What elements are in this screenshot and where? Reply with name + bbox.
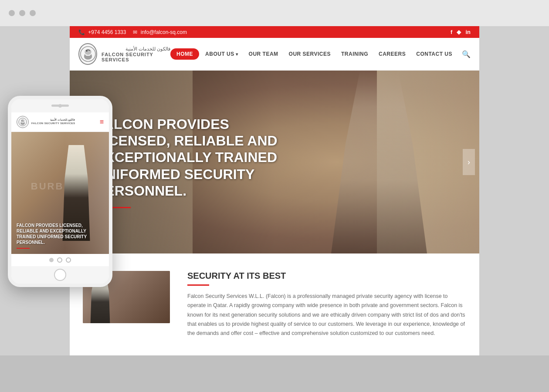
content-section: SECURITY AT ITS BEST Falcon Security Ser… <box>70 253 479 355</box>
nav-item-services[interactable]: OUR SERVICES <box>285 48 335 60</box>
mobile-hamburger-icon[interactable]: ≡ <box>100 118 104 126</box>
mobile-falcon-logo <box>18 118 27 126</box>
mobile-carousel-dots <box>11 254 109 266</box>
mobile-logo-text: فالكون للخدمات الأمنية FALCON SECURITY S… <box>31 118 75 125</box>
section-underline <box>187 284 209 286</box>
svg-point-4 <box>21 119 24 122</box>
phone-number: +974 4456 1333 <box>88 29 126 35</box>
nav-item-careers[interactable]: CAREERS <box>374 48 410 60</box>
mobile-logo-english: FALCON SECURITY SERVICES <box>31 122 75 125</box>
phone-screen: فالكون للخدمات الأمنية FALCON SECURITY S… <box>11 112 109 266</box>
logo-arabic: فالكون للخدمات الأمنية <box>102 46 170 52</box>
phone-top-bar <box>11 99 109 112</box>
carousel-dot-1[interactable] <box>49 258 54 262</box>
phone-speaker <box>51 105 69 107</box>
browser-dot-3 <box>30 10 36 16</box>
phone-contact[interactable]: 📞 +974 4456 1333 <box>78 29 126 35</box>
browser-chrome <box>0 0 549 26</box>
section-description: Falcon Security Services W.L.L. (Falcon)… <box>187 292 466 338</box>
nav-item-training[interactable]: TRAINING <box>337 48 373 60</box>
content-text: SECURITY AT ITS BEST Falcon Security Ser… <box>187 271 466 338</box>
svg-point-2 <box>86 51 87 52</box>
logo-circle <box>78 43 97 65</box>
mobile-nav: فالكون للخدمات الأمنية FALCON SECURITY S… <box>11 112 109 132</box>
top-bar: 📞 +974 4456 1333 ✉ info@falcon-sq.com f … <box>70 26 479 38</box>
mobile-hero-underline <box>17 248 30 249</box>
hero-title: FALCON PROVIDES LICENSED, RELIABLE AND E… <box>96 116 283 199</box>
nav-menu: HOME ABOUT US OUR TEAM OUR SERVICES TRAI… <box>170 48 471 60</box>
hero-section: FALCON PROVIDES LICENSED, RELIABLE AND E… <box>70 71 479 253</box>
mobile-hero-bg-text: BURB <box>31 181 64 192</box>
hero-next-arrow[interactable]: › <box>463 149 475 175</box>
section-title: SECURITY AT ITS BEST <box>187 271 466 281</box>
email-contact[interactable]: ✉ info@falcon-sq.com <box>133 29 187 35</box>
mobile-hero-content: FALCON PROVIDES LICENSED, RELIABLE AND E… <box>17 223 104 249</box>
email-icon: ✉ <box>133 29 137 35</box>
top-bar-left: 📞 +974 4456 1333 ✉ info@falcon-sq.com <box>78 29 187 35</box>
nav-item-home[interactable]: HOME <box>170 48 199 60</box>
mobile-logo-arabic: فالكون للخدمات الأمنية <box>31 118 75 122</box>
browser-dot-1 <box>9 10 15 16</box>
falcon-logo-svg <box>80 46 96 62</box>
instagram-icon[interactable]: ◆ <box>457 29 461 35</box>
nav-bar: فالكون للخدمات الأمنية FALCON SECURITY S… <box>70 38 479 71</box>
logo-area: فالكون للخدمات الأمنية FALCON SECURITY S… <box>78 43 170 65</box>
nav-item-contact[interactable]: CONTACT US <box>412 48 457 60</box>
email-address: info@falcon-sq.com <box>141 29 187 35</box>
carousel-dot-3[interactable] <box>66 257 71 263</box>
phone-bottom <box>11 266 109 284</box>
facebook-icon[interactable]: f <box>451 29 452 35</box>
phone-mockup: فالكون للخدمات الأمنية FALCON SECURITY S… <box>8 96 112 287</box>
mobile-logo-circle <box>17 116 29 128</box>
mobile-hero: BURB FALCON PROVIDES LICENSED, RELIABLE … <box>11 132 109 254</box>
mobile-logo-area: فالكون للخدمات الأمنية FALCON SECURITY S… <box>17 116 75 128</box>
website-wrapper: 📞 +974 4456 1333 ✉ info@falcon-sq.com f … <box>70 26 479 355</box>
logo-text: فالكون للخدمات الأمنية FALCON SECURITY S… <box>102 46 170 62</box>
phone-icon: 📞 <box>78 29 85 35</box>
svg-point-5 <box>22 120 23 121</box>
phone-home-button[interactable] <box>54 269 66 281</box>
bottom-gray-area <box>0 355 549 392</box>
search-icon[interactable]: 🔍 <box>462 50 471 58</box>
linkedin-icon[interactable]: in <box>465 29 471 35</box>
nav-item-team[interactable]: OUR TEAM <box>244 48 283 60</box>
browser-dot-2 <box>19 10 25 16</box>
mobile-hero-title: FALCON PROVIDES LICENSED, RELIABLE AND E… <box>17 223 104 245</box>
top-bar-right: f ◆ in <box>451 29 471 35</box>
logo-english: FALCON SECURITY SERVICES <box>102 52 170 62</box>
nav-item-about[interactable]: ABOUT US <box>201 48 242 60</box>
carousel-dot-2[interactable] <box>57 257 62 263</box>
